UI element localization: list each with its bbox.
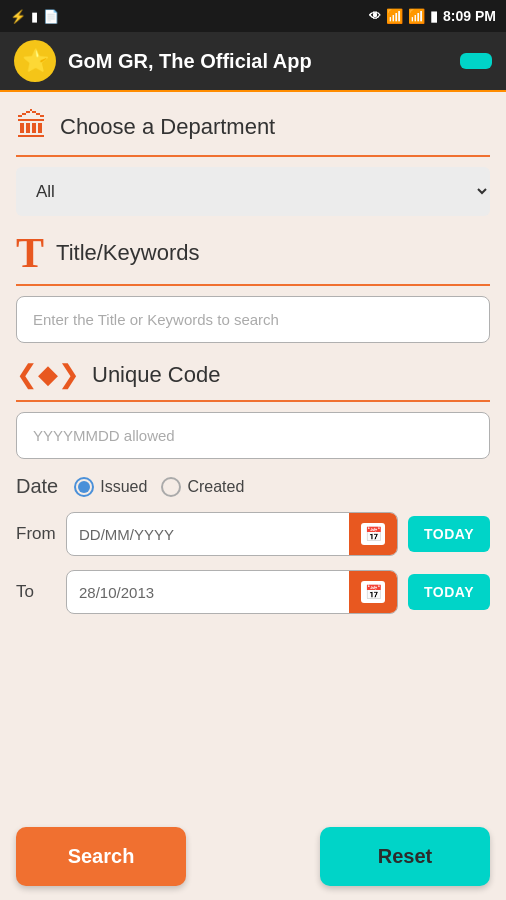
date-to-label: To <box>16 582 56 602</box>
date-label-row: Date Issued Created <box>16 475 490 498</box>
date-radio-group: Issued Created <box>74 477 244 497</box>
radio-issued[interactable]: Issued <box>74 477 147 497</box>
eye-icon: 👁 <box>369 9 381 23</box>
header-action-button[interactable] <box>460 53 492 69</box>
status-bar: ⚡ ▮ 📄 👁 📶 📶 ▮ 8:09 PM <box>0 0 506 32</box>
department-section: 🏛 Choose a Department All <box>16 108 490 216</box>
date-to-row: To 28/10/2013 📅 TODAY <box>16 570 490 614</box>
date-label: Date <box>16 475 58 498</box>
keywords-divider <box>16 284 490 286</box>
date-to-today-button[interactable]: TODAY <box>408 574 490 610</box>
code-icon: ❮◆❯ <box>16 359 80 390</box>
unique-code-header: ❮◆❯ Unique Code <box>16 359 490 390</box>
date-from-input-container: DD/MM/YYYY 📅 <box>66 512 398 556</box>
content-area: 🏛 Choose a Department All T Title/Keywor… <box>0 92 506 644</box>
unique-code-divider <box>16 400 490 402</box>
radio-created-label: Created <box>187 478 244 496</box>
date-to-input-container: 28/10/2013 📅 <box>66 570 398 614</box>
date-section: Date Issued Created From DD/MM/YYYY 📅 <box>16 475 490 614</box>
reset-button[interactable]: Reset <box>320 827 490 886</box>
status-right-info: 👁 📶 📶 ▮ 8:09 PM <box>369 8 496 24</box>
file-icon: 📄 <box>43 9 59 24</box>
unique-code-title: Unique Code <box>92 362 220 388</box>
usb-icon: ⚡ <box>10 9 26 24</box>
department-title: Choose a Department <box>60 114 275 140</box>
department-header: 🏛 Choose a Department <box>16 108 490 145</box>
date-to-calendar-button[interactable]: 📅 <box>349 571 397 613</box>
date-from-today-button[interactable]: TODAY <box>408 516 490 552</box>
keywords-header: T Title/Keywords <box>16 232 490 274</box>
clock-time: 8:09 PM <box>443 8 496 24</box>
calendar-to-icon: 📅 <box>361 581 385 603</box>
department-icon: 🏛 <box>16 108 48 145</box>
date-from-row: From DD/MM/YYYY 📅 TODAY <box>16 512 490 556</box>
status-left-icons: ⚡ ▮ 📄 <box>10 9 59 24</box>
bottom-buttons: Search Reset <box>0 813 506 900</box>
radio-created[interactable]: Created <box>161 477 244 497</box>
app-logo: ⭐ <box>14 40 56 82</box>
date-from-value: DD/MM/YYYY <box>67 514 349 555</box>
keywords-title: Title/Keywords <box>56 240 199 266</box>
keywords-section: T Title/Keywords <box>16 232 490 343</box>
t-icon: T <box>16 232 44 274</box>
wifi-icon: 📶 <box>386 8 403 24</box>
date-from-calendar-button[interactable]: 📅 <box>349 513 397 555</box>
calendar-from-icon: 📅 <box>361 523 385 545</box>
radio-issued-circle <box>74 477 94 497</box>
app-title: GoM GR, The Official App <box>68 50 312 73</box>
search-button[interactable]: Search <box>16 827 186 886</box>
department-divider <box>16 155 490 157</box>
date-to-value: 28/10/2013 <box>67 572 349 613</box>
radio-issued-label: Issued <box>100 478 147 496</box>
signal-icon: 📶 <box>408 8 425 24</box>
battery-icon: ▮ <box>31 9 38 24</box>
star-icon: ⭐ <box>22 48 49 74</box>
app-header: ⭐ GoM GR, The Official App <box>0 32 506 92</box>
department-dropdown[interactable]: All <box>16 167 490 216</box>
radio-created-circle <box>161 477 181 497</box>
unique-code-section: ❮◆❯ Unique Code <box>16 359 490 459</box>
keywords-input[interactable] <box>16 296 490 343</box>
unique-code-input[interactable] <box>16 412 490 459</box>
date-from-label: From <box>16 524 56 544</box>
battery-full-icon: ▮ <box>430 8 438 24</box>
